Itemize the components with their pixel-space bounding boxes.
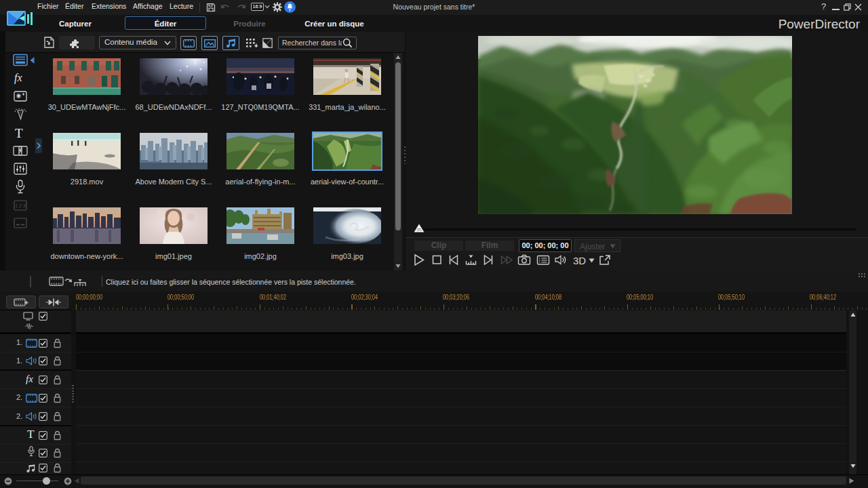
svg-text:1 2 3: 1 2 3: [15, 203, 26, 208]
